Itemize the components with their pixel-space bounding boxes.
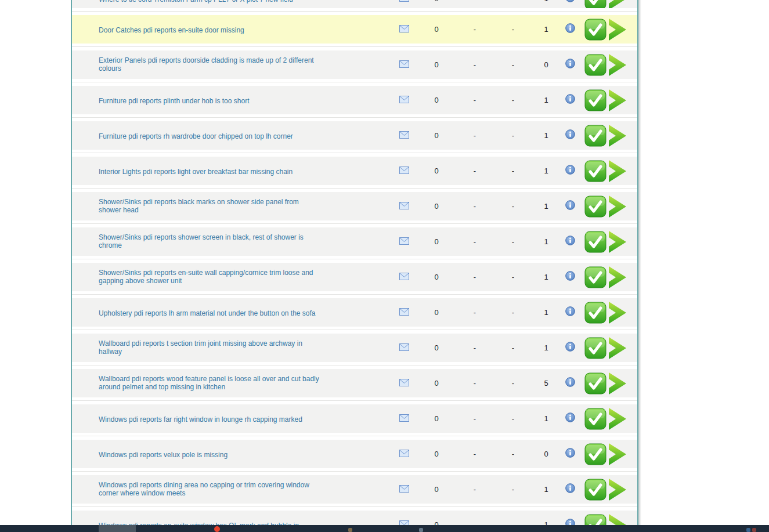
taskbar-icon[interactable] [419,528,423,532]
approve-check-button[interactable] [584,443,606,465]
info-icon[interactable] [565,0,575,5]
envelope-icon[interactable] [399,60,409,70]
next-arrow-button[interactable] [608,18,627,41]
next-arrow-button[interactable] [608,336,627,360]
report-link[interactable]: Shower/Sinks pdi reports shower screen i… [99,233,319,249]
envelope-icon[interactable] [399,272,409,283]
next-arrow-button[interactable] [608,407,627,430]
approve-check-button[interactable] [584,125,606,147]
info-cell [562,342,578,354]
dash-value-1: - [454,379,496,388]
info-icon[interactable] [565,342,575,354]
taskbar-icon[interactable] [746,528,750,532]
approve-check-button[interactable] [584,89,606,111]
next-arrow-button[interactable] [608,266,627,289]
report-link[interactable]: Where to tie cord Tremiston Farm cp PL27… [99,0,293,3]
envelope-icon[interactable] [399,378,409,389]
report-link[interactable]: Door Catches pdi reports en-suite door m… [99,26,244,34]
info-icon[interactable] [565,165,575,177]
next-arrow-button[interactable] [608,195,627,218]
info-icon[interactable] [565,271,575,283]
info-icon[interactable] [565,236,575,248]
envelope-icon[interactable] [399,0,409,4]
next-arrow-button[interactable] [608,124,627,147]
count-value-1: 0 [419,343,454,352]
info-icon[interactable] [565,59,575,71]
envelope-icon[interactable] [399,237,409,247]
info-icon[interactable] [565,483,575,495]
envelope-icon[interactable] [399,166,409,176]
approve-check-button[interactable] [584,266,606,288]
envelope-icon[interactable] [399,95,409,106]
info-icon[interactable] [565,377,575,389]
report-link[interactable]: Exterior Panels pdi reports doorside cla… [99,56,319,73]
approve-check-button[interactable] [584,0,606,8]
dash-value-1: - [454,450,496,458]
next-arrow-button[interactable] [608,89,627,112]
approve-check-button[interactable] [584,408,606,430]
next-arrow-button[interactable] [608,478,627,501]
taskbar-icon[interactable] [348,528,352,532]
dash-value-2: - [496,202,530,211]
next-arrow-button[interactable] [608,0,627,8]
approve-check-button[interactable] [584,479,606,501]
report-link[interactable]: Furniture pdi reports plinth under hob i… [99,97,249,105]
report-link[interactable]: Interior Lights pdi reports light over b… [99,168,293,176]
report-link[interactable]: Furniture pdi reports rh wardrobe door c… [99,132,293,140]
mail-cell [389,166,419,176]
report-title-cell: Upholstery pdi reports lh arm material n… [72,307,389,318]
info-icon[interactable] [565,412,575,425]
info-icon[interactable] [565,129,575,142]
approve-check-button[interactable] [584,337,606,359]
approve-check-button[interactable] [584,372,606,395]
next-arrow-button[interactable] [608,443,627,466]
report-link[interactable]: Shower/Sinks pdi reports black marks on … [99,198,319,214]
report-link[interactable]: Windows pdi reports far right window in … [99,415,302,424]
approve-check-button[interactable] [584,231,606,253]
envelope-icon[interactable] [399,24,409,35]
approve-check-button[interactable] [584,196,606,218]
envelope-icon[interactable] [399,414,409,424]
envelope-icon[interactable] [399,307,409,318]
report-link[interactable]: Wallboard pdi reports t section trim joi… [99,339,319,356]
dash-value-1: - [454,167,496,175]
info-icon[interactable] [565,306,575,319]
next-arrow-button[interactable] [608,160,627,183]
envelope-icon[interactable] [399,343,409,353]
info-icon[interactable] [565,94,575,106]
envelope-icon[interactable] [399,449,409,459]
report-link[interactable]: Shower/Sinks pdi reports en-suite wall c… [99,269,319,285]
mail-cell [389,24,419,35]
approve-check-button[interactable] [584,302,606,324]
report-link[interactable]: Windows pdi reports dining area no cappi… [99,481,319,497]
info-icon[interactable] [565,23,575,35]
row-divider [72,79,637,86]
taskbar-icon[interactable] [752,528,756,532]
report-title-cell: Windows pdi reports far right window in … [72,414,389,424]
envelope-icon[interactable] [399,484,409,495]
envelope-icon[interactable] [399,201,409,212]
report-link[interactable]: Wallboard pdi reports wood feature panel… [99,375,319,391]
dash-value-2: - [496,343,530,352]
next-arrow-button[interactable] [608,301,627,324]
info-icon[interactable] [565,200,575,212]
next-arrow-button[interactable] [608,372,627,395]
next-arrow-button[interactable] [608,53,627,77]
dash-value-1: - [454,60,496,69]
approve-check-button[interactable] [584,54,606,76]
table-row: Windows pdi reports far right window in … [72,404,637,433]
report-title-cell: Shower/Sinks pdi reports black marks on … [72,198,389,215]
row-divider [72,114,637,121]
count-value-1: 0 [419,60,454,69]
next-arrow-button[interactable] [608,230,627,254]
envelope-icon[interactable] [399,131,409,141]
report-link[interactable]: Windows pdi reports velux pole is missin… [99,451,228,459]
taskbar-active-app[interactable] [99,525,136,532]
approve-check-button[interactable] [584,19,606,41]
approve-check-button[interactable] [584,160,606,182]
report-link[interactable]: Upholstery pdi reports lh arm material n… [99,309,316,317]
dash-value-2: - [496,308,530,317]
info-icon[interactable] [565,448,575,460]
row-divider [72,220,637,227]
dash-value-1: - [454,0,496,3]
